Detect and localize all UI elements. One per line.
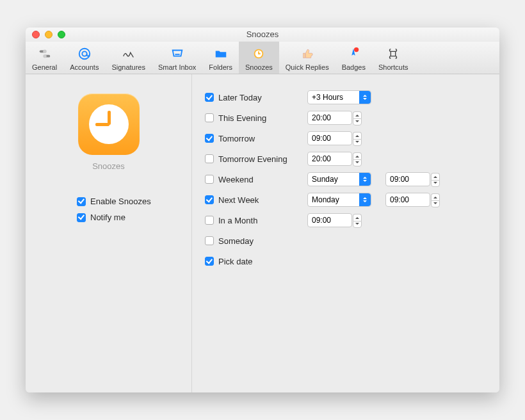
notify-me-option[interactable]: Notify me <box>77 213 151 222</box>
label: Tomorrow Evening <box>218 154 287 164</box>
tab-signatures[interactable]: Signatures <box>105 42 152 74</box>
snoozes-app-icon <box>78 93 140 155</box>
enable-snoozes-option[interactable]: Enable Snoozes <box>77 197 151 206</box>
signature-icon <box>111 45 145 62</box>
stepper[interactable] <box>353 214 362 228</box>
label: Tomorrow <box>218 134 255 143</box>
tab-label: Shortcuts <box>378 63 408 71</box>
zoom-button[interactable] <box>58 31 65 38</box>
tab-label: Smart Inbox <box>158 63 196 71</box>
label: Enable Snoozes <box>90 197 151 206</box>
window-controls <box>32 31 65 38</box>
tomorrow-time[interactable]: 09:00 <box>307 131 352 145</box>
label: This Evening <box>218 113 266 123</box>
stepper[interactable] <box>431 193 440 207</box>
later-today-select[interactable]: +3 Hours <box>307 90 371 104</box>
sidebar: Snoozes Enable Snoozes Notify me <box>26 74 192 392</box>
weekend-day-select[interactable]: Sunday <box>307 172 371 186</box>
row-someday: Someday <box>205 233 487 248</box>
clock-icon <box>245 45 273 62</box>
chevron-updown-icon <box>359 193 371 206</box>
preferences-window: Snoozes General Accounts Signatures Smar… <box>26 28 499 392</box>
close-button[interactable] <box>32 31 40 38</box>
tomorrow-evening-time[interactable]: 20:00 <box>307 152 352 166</box>
titlebar: Snoozes <box>26 28 499 42</box>
svg-point-3 <box>43 54 47 58</box>
stepper[interactable] <box>353 152 362 166</box>
tab-label: Accounts <box>70 63 99 71</box>
checkbox[interactable] <box>205 216 214 225</box>
row-tomorrow-evening: Tomorrow Evening 20:00 <box>205 151 487 166</box>
checkbox[interactable] <box>205 257 214 266</box>
tab-label: Badges <box>342 63 366 71</box>
label: Someday <box>218 236 254 246</box>
minute-hand <box>108 111 111 125</box>
sidebar-title: Snoozes <box>92 161 125 171</box>
row-pick-date: Pick date <box>205 254 487 269</box>
this-evening-time[interactable]: 20:00 <box>307 111 352 125</box>
checkbox[interactable] <box>205 113 214 122</box>
tab-quick-replies[interactable]: Quick Replies <box>279 42 335 74</box>
tab-general[interactable]: General <box>26 42 63 74</box>
tab-label: Snoozes <box>245 63 273 71</box>
next-week-time[interactable]: 09:00 <box>385 193 430 207</box>
svg-point-8 <box>354 47 359 52</box>
stepper[interactable] <box>431 173 440 187</box>
tab-shortcuts[interactable]: Shortcuts <box>372 42 414 74</box>
checkbox[interactable] <box>205 93 214 102</box>
stepper[interactable] <box>353 132 362 146</box>
label: Next Week <box>218 195 259 205</box>
at-icon <box>70 45 99 62</box>
in-a-month-time[interactable]: 09:00 <box>307 213 352 227</box>
minimize-button[interactable] <box>45 31 52 38</box>
content: Snoozes Enable Snoozes Notify me Later T… <box>26 74 499 392</box>
svg-point-5 <box>82 51 86 56</box>
tab-label: Folders <box>209 63 232 71</box>
checkbox[interactable] <box>205 134 214 143</box>
stepper[interactable] <box>353 111 362 125</box>
tab-accounts[interactable]: Accounts <box>63 42 105 74</box>
next-week-day-select[interactable]: Monday <box>307 193 371 207</box>
thumbs-up-icon <box>286 45 329 62</box>
label: Notify me <box>90 213 125 222</box>
svg-point-4 <box>79 49 90 60</box>
row-next-week: Next Week Monday 09:00 <box>205 192 487 207</box>
label: Weekend <box>218 175 254 184</box>
tab-label: General <box>32 63 57 71</box>
label: In a Month <box>218 216 257 225</box>
checkbox[interactable] <box>205 236 214 245</box>
checkbox[interactable] <box>205 175 214 184</box>
label: Pick date <box>218 257 252 266</box>
checkbox[interactable] <box>205 154 214 163</box>
row-tomorrow: Tomorrow 09:00 <box>205 131 487 146</box>
label: Later Today <box>218 93 262 102</box>
row-weekend: Weekend Sunday 09:00 <box>205 172 487 187</box>
command-icon <box>378 45 408 62</box>
checkbox[interactable] <box>205 195 214 204</box>
chevron-updown-icon <box>359 91 371 104</box>
weekend-time[interactable]: 09:00 <box>385 172 430 186</box>
tab-folders[interactable]: Folders <box>202 42 239 74</box>
tab-smart-inbox[interactable]: Smart Inbox <box>152 42 202 74</box>
clock-face <box>89 104 129 144</box>
checkbox[interactable] <box>77 213 86 222</box>
checkbox[interactable] <box>77 197 86 206</box>
row-in-a-month: In a Month 09:00 <box>205 213 487 228</box>
window-title: Snoozes <box>26 29 499 39</box>
svg-point-1 <box>43 50 47 54</box>
options-panel: Later Today +3 Hours This Evening 20:00 … <box>192 74 499 392</box>
switches-icon <box>32 45 57 62</box>
tab-badges[interactable]: Badges <box>335 42 372 74</box>
tab-snoozes[interactable]: Snoozes <box>239 42 279 74</box>
tab-label: Signatures <box>111 63 145 71</box>
badges-icon <box>342 45 366 62</box>
folder-icon <box>209 45 232 62</box>
toolbar: General Accounts Signatures Smart Inbox … <box>26 42 499 74</box>
row-later-today: Later Today +3 Hours <box>205 90 487 105</box>
inbox-icon <box>158 45 196 62</box>
row-this-evening: This Evening 20:00 <box>205 110 487 125</box>
chevron-updown-icon <box>359 173 371 186</box>
tab-label: Quick Replies <box>286 63 329 71</box>
